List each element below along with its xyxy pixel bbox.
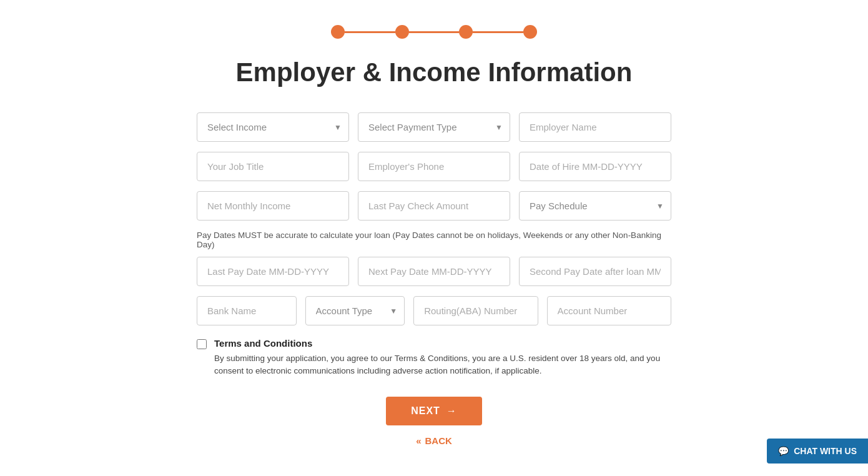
second-pay-date-field — [519, 257, 671, 286]
account-number-field — [547, 296, 671, 325]
select-payment-type-field: Select Payment Type Direct Deposit Check… — [358, 112, 510, 142]
bank-name-field — [197, 296, 297, 325]
terms-section: Terms and Conditions By submitting your … — [197, 338, 671, 378]
employer-phone-input[interactable] — [358, 152, 510, 181]
last-pay-date-input[interactable] — [197, 257, 349, 286]
form-row-1: Select Income Employment Self-Employment… — [197, 112, 671, 142]
pay-dates-notice: Pay Dates MUST be accurate to calculate … — [197, 231, 671, 249]
progress-step-1 — [331, 25, 345, 39]
page-title: Employer & Income Information — [0, 57, 868, 87]
select-payment-type-dropdown[interactable]: Select Payment Type Direct Deposit Check — [358, 112, 510, 142]
next-button[interactable]: NEXT → — [386, 397, 482, 425]
net-monthly-income-input[interactable] — [197, 191, 349, 221]
routing-number-field — [413, 296, 538, 325]
employer-name-field — [519, 112, 671, 142]
employer-income-form: Select Income Employment Self-Employment… — [184, 112, 684, 446]
progress-line-3 — [473, 31, 523, 33]
progress-step-3 — [459, 25, 473, 39]
button-area: NEXT → « BACK — [197, 397, 671, 446]
last-pay-check-field — [358, 191, 510, 221]
back-label: BACK — [425, 435, 452, 446]
form-row-2 — [197, 152, 671, 181]
form-row-5: Account Type Checking Savings ▼ — [197, 296, 671, 325]
last-pay-check-input[interactable] — [358, 191, 510, 221]
job-title-field — [197, 152, 349, 181]
next-pay-date-input[interactable] — [358, 257, 510, 286]
job-title-input[interactable] — [197, 152, 349, 181]
select-income-field: Select Income Employment Self-Employment… — [197, 112, 349, 142]
net-monthly-income-field — [197, 191, 349, 221]
date-of-hire-field — [519, 152, 671, 181]
account-number-input[interactable] — [547, 296, 671, 325]
back-arrows-icon: « — [416, 435, 421, 446]
back-button[interactable]: « BACK — [416, 435, 452, 446]
form-row-3: Pay Schedule Weekly Bi-Weekly Semi-Month… — [197, 191, 671, 221]
pay-schedule-field: Pay Schedule Weekly Bi-Weekly Semi-Month… — [519, 191, 671, 221]
progress-line-2 — [409, 31, 460, 33]
routing-number-input[interactable] — [413, 296, 538, 325]
employer-name-input[interactable] — [519, 112, 671, 142]
account-type-dropdown[interactable]: Account Type Checking Savings — [305, 296, 405, 325]
terms-title: Terms and Conditions — [214, 338, 671, 349]
date-of-hire-input[interactable] — [519, 152, 671, 181]
second-pay-date-input[interactable] — [519, 257, 671, 286]
progress-step-4 — [523, 25, 537, 39]
form-row-4 — [197, 257, 671, 286]
next-pay-date-field — [358, 257, 510, 286]
progress-step-2 — [395, 25, 409, 39]
terms-body: By submitting your application, you agre… — [214, 352, 671, 378]
progress-line-1 — [345, 31, 395, 33]
chat-widget[interactable]: 💬 CHAT WITH US — [767, 439, 868, 464]
arrow-right-icon: → — [446, 405, 457, 417]
account-type-field: Account Type Checking Savings ▼ — [305, 296, 405, 325]
terms-checkbox[interactable] — [197, 339, 207, 349]
chat-icon: 💬 — [778, 446, 789, 456]
progress-bar — [0, 12, 868, 57]
employer-phone-field — [358, 152, 510, 181]
pay-schedule-dropdown[interactable]: Pay Schedule Weekly Bi-Weekly Semi-Month… — [519, 191, 671, 221]
bank-name-input[interactable] — [197, 296, 297, 325]
chat-label: CHAT WITH US — [794, 446, 857, 456]
last-pay-date-field — [197, 257, 349, 286]
next-label: NEXT — [411, 405, 440, 417]
select-income-dropdown[interactable]: Select Income Employment Self-Employment… — [197, 112, 349, 142]
